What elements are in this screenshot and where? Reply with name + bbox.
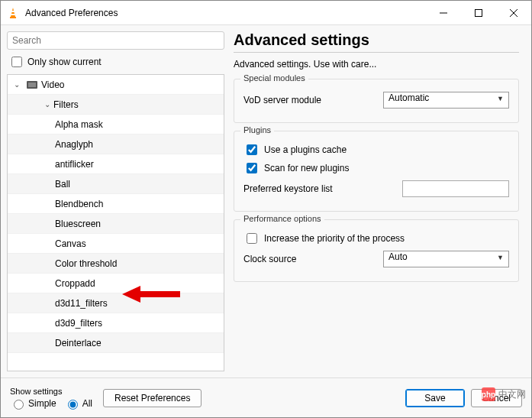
keystore-label: Preferred keystore list (243, 183, 333, 194)
watermark-text: 中文网 (498, 388, 526, 401)
minimize-button[interactable] (426, 1, 461, 25)
watermark: php 中文网 (482, 387, 526, 401)
reset-preferences-button[interactable]: Reset Preferences (103, 389, 202, 407)
group-performance: Performance options Increase the priorit… (234, 219, 519, 282)
increase-priority-checkbox[interactable] (247, 233, 257, 244)
chevron-down-icon[interactable]: ⌄ (41, 100, 53, 109)
radio-all[interactable]: All (64, 397, 92, 410)
save-button[interactable]: Save (405, 389, 464, 407)
page-subtitle: Advanced settings. Use with care... (234, 59, 519, 70)
page-title: Advanced settings (234, 31, 519, 49)
tree-item-deinterlace[interactable]: Deinterlace (8, 333, 224, 353)
tree-item-bluescreen[interactable]: Bluescreen (8, 214, 224, 234)
left-pane: Only show current ⌄ Video ⌄ Filters Alph… (7, 31, 224, 371)
group-title: Special modules (240, 73, 308, 83)
svg-rect-2 (11, 11, 15, 12)
only-show-current-label: Only show current (27, 57, 102, 67)
vod-label: VoD server module (243, 95, 321, 105)
tree-item-antiflicker[interactable]: antiflicker (8, 154, 224, 174)
video-icon (26, 79, 38, 91)
clock-source-label: Clock source (243, 254, 296, 264)
increase-priority-row[interactable]: Increase the priority of the process (243, 231, 509, 246)
tree-node-label: Video (41, 79, 64, 90)
scan-new-plugins-checkbox[interactable] (247, 163, 257, 173)
group-title: Performance options (240, 214, 324, 223)
divider (234, 52, 519, 53)
vlc-icon (7, 7, 19, 19)
tree-item-color-threshold[interactable]: Color threshold (8, 254, 224, 274)
tree-item-anaglyph[interactable]: Anaglyph (8, 134, 224, 154)
tree-node-video[interactable]: ⌄ Video (8, 75, 224, 95)
use-plugins-cache-row[interactable]: Use a plugins cache (243, 142, 509, 157)
watermark-icon: php (482, 387, 495, 401)
window-title: Advanced Preferences (25, 8, 426, 18)
svg-rect-1 (10, 17, 16, 18)
group-plugins: Plugins Use a plugins cache Scan for new… (234, 131, 519, 212)
footer: Show settings Simple All Reset Preferenc… (1, 377, 531, 417)
show-settings-group: Show settings Simple All (10, 387, 92, 410)
increase-priority-label: Increase the priority of the process (264, 233, 405, 244)
chevron-down-icon[interactable]: ⌄ (11, 80, 23, 89)
svg-rect-3 (11, 14, 15, 15)
maximize-button[interactable] (461, 1, 496, 25)
tree-item-croppadd[interactable]: Croppadd (8, 274, 224, 293)
tree-item-ball[interactable]: Ball (8, 174, 224, 194)
radio-simple[interactable]: Simple (10, 397, 56, 410)
scan-new-plugins-label: Scan for new plugins (264, 163, 349, 173)
tree-item-blendbench[interactable]: Blendbench (8, 194, 224, 214)
scan-new-plugins-row[interactable]: Scan for new plugins (243, 160, 509, 176)
search-input[interactable] (7, 31, 224, 50)
close-button[interactable] (496, 1, 531, 25)
tree-item-alpha-mask[interactable]: Alpha mask (8, 115, 224, 134)
group-title: Plugins (240, 125, 274, 134)
tree-node-filters[interactable]: ⌄ Filters (8, 95, 224, 115)
svg-rect-9 (28, 83, 36, 87)
right-pane: Advanced settings Advanced settings. Use… (231, 31, 525, 371)
tree-node-label: Filters (53, 99, 79, 110)
svg-rect-5 (476, 9, 482, 16)
only-show-current-row[interactable]: Only show current (7, 54, 224, 70)
tree-item-d3d9-filters[interactable]: d3d9_filters (8, 313, 224, 333)
only-show-current-checkbox[interactable] (11, 57, 22, 67)
tree-item-canvas[interactable]: Canvas (8, 234, 224, 254)
vod-select[interactable]: Automatic (383, 92, 509, 109)
preferences-window: Advanced Preferences Only show current ⌄ (0, 0, 532, 418)
group-special-modules: Special modules VoD server module Automa… (234, 79, 519, 123)
settings-tree[interactable]: ⌄ Video ⌄ Filters Alpha mask Anaglyph an… (7, 74, 224, 371)
content-area: Only show current ⌄ Video ⌄ Filters Alph… (1, 25, 531, 377)
use-plugins-cache-checkbox[interactable] (247, 144, 257, 155)
titlebar: Advanced Preferences (1, 1, 531, 25)
clock-source-select[interactable]: Auto (383, 251, 509, 267)
use-plugins-cache-label: Use a plugins cache (264, 144, 347, 155)
keystore-input[interactable] (402, 180, 509, 197)
tree-item-d3d11-filters[interactable]: d3d11_filters (8, 293, 224, 313)
show-settings-label: Show settings (10, 387, 92, 396)
